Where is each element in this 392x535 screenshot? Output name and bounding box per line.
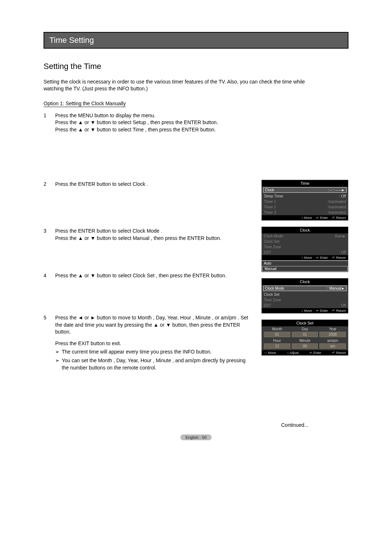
return-icon: ↶ <box>332 256 335 260</box>
osd-hint-enter: Enter <box>320 309 328 313</box>
chevron-right-icon: ► <box>342 234 346 238</box>
step-text: Press the ▲ or ▼ button to select Time ,… <box>55 126 253 134</box>
instructions-column: 1 Press the MENU button to display the m… <box>44 112 253 371</box>
osd-field-value-year: 2008 <box>319 332 346 337</box>
osd-row-time-zone: Time Zone <box>262 244 348 250</box>
osd-time-labels: Hour Minute am/pm <box>263 339 347 343</box>
page-number-badge: English - 50 <box>180 434 212 440</box>
return-icon: ↶ <box>332 216 335 220</box>
osd-date-labels: Month Day Year <box>263 327 347 331</box>
enter-icon: ↵ <box>316 309 319 313</box>
section-title: Setting the Time <box>44 62 348 71</box>
osd-row-clock-mode: Clock Mode : Manual ► <box>263 286 347 291</box>
osd-row-clock-set: Clock Set <box>262 292 348 297</box>
osd-label: DST <box>264 250 338 254</box>
osd-hint-adjust: Adjust <box>290 351 299 355</box>
updown-icon: ↕ <box>287 351 289 355</box>
osd-value: Auto <box>334 234 343 238</box>
section-banner: Time Setting <box>44 32 348 49</box>
osd-label: Clock <box>265 188 326 192</box>
step-text: Press the ENTER button to select Clock . <box>55 181 253 188</box>
osd-time-values: 12 00 am <box>263 343 347 349</box>
osd-field-label-month: Month <box>263 327 291 331</box>
osd-field-value-day: 01 <box>292 332 318 337</box>
osd-clock-mode-dropdown: Auto Manual <box>261 261 348 272</box>
osd-row-dst: DST : Off <box>262 250 348 255</box>
osd-hint-enter: Enter <box>320 256 328 260</box>
note-text: You can set the Month , Day, Year, Hour … <box>62 357 253 371</box>
osd-hint-return: Return <box>336 351 346 355</box>
osd-hint-move: Move <box>268 351 276 355</box>
chevron-right-icon: ► <box>341 286 345 290</box>
osd-field-value-minute: 00 <box>292 343 318 349</box>
enter-icon: ↵ <box>316 216 319 220</box>
step-number: 5 <box>44 314 49 371</box>
continued-label: Continued... <box>44 422 348 428</box>
osd-field-value-month: 01 <box>264 332 290 337</box>
osd-label: Clock Mode <box>265 286 326 290</box>
dropdown-option-manual: Manual <box>262 266 348 271</box>
osd-row-sleep-timer: Sleep Timer : Off <box>262 193 348 199</box>
osd-field-label-year: Year <box>319 327 347 331</box>
step-number: 3 <box>44 228 49 242</box>
return-icon: ↶ <box>332 309 335 313</box>
step-2: 2 Press the ENTER button to select Clock… <box>44 181 253 188</box>
osd-title: Clock Set <box>262 320 348 326</box>
page-footer: English - 50 <box>44 434 348 440</box>
dropdown-option-auto: Auto <box>262 261 348 266</box>
osd-label: Timer 3 <box>264 211 325 215</box>
osd-row-timer1: Timer 1 : Inactivated <box>262 199 348 204</box>
osd-value: : Inactivated <box>325 205 346 209</box>
osd-title: Time <box>262 180 348 187</box>
updown-icon: ↕ <box>301 216 303 220</box>
osd-clock-set: Clock Set Month Day Year 01 01 2008 Hour… <box>261 319 348 356</box>
step-text: Press the EXIT button to exit. <box>55 340 253 347</box>
osd-label: DST <box>264 303 338 307</box>
step-text: Press the ▲ or ▼ button to select Manual… <box>55 235 253 242</box>
osd-hint-move: Move <box>304 309 312 313</box>
osd-value: : -- : -- -- <box>326 188 341 192</box>
osd-label: Time Zone <box>264 298 346 302</box>
enter-icon: ↵ <box>316 256 319 260</box>
osd-value: : Off <box>338 194 346 198</box>
step-5: 5 Press the ◄ or ► button to move to Mon… <box>44 314 253 371</box>
osd-row-dst: DST : Off <box>262 303 348 308</box>
osd-value: : Inactivated <box>325 211 346 215</box>
osd-value: : Off <box>338 250 346 254</box>
osd-footer: ↔ Move ↕ Adjust ↵ Enter ↶ Return <box>262 350 348 355</box>
osd-row-clock-set: Clock Set <box>262 239 348 244</box>
enter-icon: ↵ <box>310 351 313 355</box>
manual-page: Time Setting Setting the Time Setting th… <box>0 0 392 477</box>
osd-hint-move: Move <box>304 216 312 220</box>
osd-footer: ↕ Move ↵ Enter ↶ Return <box>262 215 348 220</box>
updown-icon: ↕ <box>301 256 303 260</box>
return-icon: ↶ <box>332 351 335 355</box>
osd-row-clock-mode: Clock Mode Auto ► <box>262 233 348 239</box>
osd-value: : Off <box>338 303 346 307</box>
osd-field-label-minute: Minute <box>291 339 319 343</box>
osd-clock-mode-menu: Clock Clock Mode Auto ► Clock Set Time Z… <box>261 226 348 261</box>
step-text: Press the ENTER button to select Clock M… <box>55 228 253 235</box>
osd-label: Sleep Timer <box>264 194 338 198</box>
osd-value: : Inactivated <box>325 200 346 204</box>
option1-heading: Option 1: Setting the Clock Manually <box>44 101 126 107</box>
step-1: 1 Press the MENU button to display the m… <box>44 112 253 134</box>
step-number: 1 <box>44 112 49 134</box>
osd-footer: ↕ Move ↵ Enter ↶ Return <box>262 255 348 260</box>
leftright-icon: ↔ <box>264 351 267 355</box>
osd-hint-move: Move <box>304 256 312 260</box>
chevron-right-icon: ► <box>341 188 345 192</box>
intro-paragraph: Setting the clock is necessary in order … <box>44 78 319 92</box>
osd-hint-enter: Enter <box>313 351 321 355</box>
note-arrow-icon: ➢ <box>55 357 60 371</box>
osd-field-label-hour: Hour <box>263 339 291 343</box>
step-text: Press the ▲ or ▼ button to select Clock … <box>55 272 253 279</box>
osd-hint-return: Return <box>336 309 346 313</box>
step-text: Press the MENU button to display the men… <box>55 112 253 119</box>
step-number: 4 <box>44 272 49 279</box>
osd-label: Clock Set <box>264 240 346 244</box>
osd-footer: ↕ Move ↵ Enter ↶ Return <box>262 308 348 313</box>
step-text: Press the ▲ or ▼ button to select Setup … <box>55 119 253 126</box>
osd-row-timer2: Timer 2 : Inactivated <box>262 204 348 210</box>
osd-date-values: 01 01 2008 <box>263 332 347 337</box>
